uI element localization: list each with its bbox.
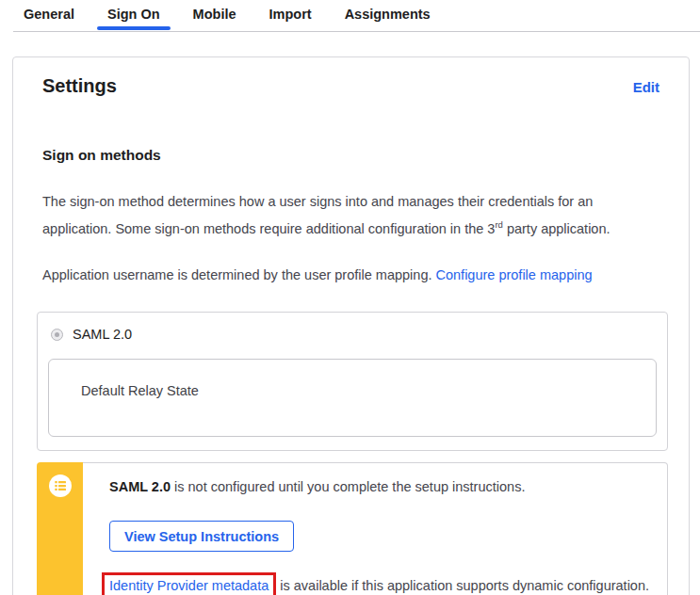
saml-radio-row: SAML 2.0 [38,313,667,342]
list-icon [49,474,72,501]
callout-content: SAML 2.0 is not configured until you com… [83,462,668,595]
callout-warning-stripe [37,462,83,595]
settings-card: Settings Edit Sign on methods The sign-o… [12,56,690,595]
setup-callout: SAML 2.0 is not configured until you com… [37,462,668,595]
saml-option-box: SAML 2.0 Default Relay State [37,312,668,451]
tab-sign-on[interactable]: Sign On [97,0,171,28]
default-relay-state-label: Default Relay State [81,383,199,398]
username-mapping-static: Application username is determined by th… [42,267,436,282]
metadata-text-rest: is available if this application support… [276,578,649,593]
callout-message-rest: is not configured until you complete the… [171,479,525,494]
metadata-availability-text: Identity Provider metadata is available … [109,572,658,595]
callout-message-bold: SAML 2.0 [109,479,171,494]
tab-general[interactable]: General [13,0,85,28]
saml-radio-label: SAML 2.0 [73,327,132,342]
default-relay-state-box: Default Relay State [48,359,657,437]
annotation-highlight-box: Identity Provider metadata [102,572,276,595]
tab-import[interactable]: Import [259,0,322,28]
sign-on-method-description: The sign-on method determines how a user… [42,188,659,243]
tab-bar: General Sign On Mobile Import Assignment… [13,0,700,32]
configure-profile-mapping-link[interactable]: Configure profile mapping [436,267,593,282]
tab-assignments[interactable]: Assignments [334,0,441,28]
username-mapping-text: Application username is determined by th… [42,265,659,284]
settings-card-body: Sign on methods The sign-on method deter… [13,147,689,595]
page-title: Settings [42,75,117,97]
saml-radio-button[interactable] [51,329,63,341]
description-text-2: party application. [503,221,610,236]
tab-mobile[interactable]: Mobile [183,0,247,28]
edit-link[interactable]: Edit [633,79,659,95]
identity-provider-metadata-link[interactable]: Identity Provider metadata [109,578,269,593]
view-setup-instructions-button[interactable]: View Setup Instructions [109,521,294,552]
callout-message: SAML 2.0 is not configured until you com… [109,477,658,496]
description-superscript: rd [495,219,502,230]
settings-card-header: Settings Edit [13,57,689,97]
sign-on-methods-heading: Sign on methods [42,147,659,164]
